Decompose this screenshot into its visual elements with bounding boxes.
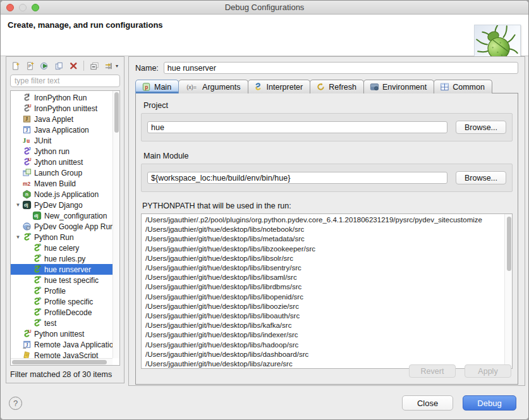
pythonpath-entry[interactable]: /Users/jgauthier/git/hue/desktop/libs/li… [145,311,504,321]
configuration-tree: IIronPython Run UIronPython unittestJJav… [10,90,120,366]
project-input[interactable] [147,121,447,133]
tab-interpreter[interactable]: Interpreter [248,80,311,93]
tree-item-profile-specific[interactable]: PProfile specific [11,296,112,307]
debug-button[interactable]: Debug [463,395,516,411]
pythonpath-entry[interactable]: /Users/jgauthier/git/hue/desktop/libs/ka… [145,321,504,330]
environment-tab-icon [369,82,379,92]
tree-item-profiledecode[interactable]: PProfileDecode [11,307,112,318]
tab-label: Refresh [329,83,356,92]
revert-button[interactable]: Revert [409,364,456,378]
tree-item-python-run[interactable]: ▼ PPython Run [11,232,112,243]
tree-item-label: Profile specific [44,297,93,306]
configurations-sidebar: +P+▾ IIronPython Run UIronPython unittes… [6,56,125,383]
project-group-label: Project [143,101,513,110]
pythonpath-entry[interactable]: /Users/jgauthier/git/hue/desktop/libs/li… [145,244,504,254]
tab-refresh[interactable]: Refresh [310,80,364,93]
pythonpath-entry[interactable]: /Users/jgauthier/git/hue/desktop/libs/li… [145,282,504,292]
interpreter-tab-icon [253,82,264,92]
pythonpath-scrollbar[interactable] [504,214,512,368]
tree-item-java-applet[interactable]: JJava Applet [11,114,112,124]
tree-item-junit[interactable]: JuJUnit [11,135,112,146]
tree-horizontal-scrollbar[interactable] [11,358,112,365]
dialog-body: +P+▾ IIronPython Run UIronPython unittes… [1,56,528,387]
tree-item-label: PyDev Google App Run [34,222,112,231]
name-label: Name: [135,64,159,73]
pythonpath-entry[interactable]: /Users/jgauthier/git/hue/desktop/libs/li… [145,254,504,263]
svg-text:p: p [145,84,148,90]
tree-item-label: Maven Build [34,179,76,188]
tree-item-label: Jython unittest [34,158,83,167]
main-tab-icon: p [141,82,151,92]
tree-item-hue-celery[interactable]: Phue celery [11,243,112,253]
tree-item-jython-run[interactable]: JJython run [11,146,112,157]
tree-item-label: IronPython unittest [34,104,97,113]
expander-arrow-icon[interactable]: ▼ [15,202,21,208]
pythonpath-entry[interactable]: /Users/jgauthier/git/hue/desktop/libs/da… [145,350,504,359]
tree-item-hue-rules-py[interactable]: Phue rules.py [11,253,112,264]
filter-icon[interactable] [103,60,114,71]
tree-item-jython-unittest[interactable]: UJython unittest [11,157,112,167]
tree-item-test[interactable]: Ptest [11,318,112,328]
tree-item-hue-test-specific[interactable]: Phue test specific [11,275,112,285]
svg-text:n: n [25,191,28,197]
tree-item-new-configuration[interactable]: djNew_configuration [11,210,112,221]
svg-text:J: J [25,128,28,133]
apply-button[interactable]: Apply [465,364,511,378]
expander-arrow-icon[interactable]: ▼ [15,234,21,240]
svg-text:P: P [38,275,41,280]
pythonpath-entry[interactable]: /Users/jgauthier/git/hue/desktop/libs/no… [145,225,504,234]
tree-item-label: hue rules.py [44,255,85,263]
pythonpath-entry[interactable]: /Users/jgauthier/git/hue/desktop/libs/me… [145,234,504,244]
tree-item-profile[interactable]: PProfile [11,285,112,296]
project-browse-button[interactable]: Browse... [456,121,506,134]
tree-item-pydev-django[interactable]: ▼djPyDev Django [11,200,112,210]
pythonpath-entry[interactable]: /Users/jgauthier/git/hue/desktop/libs/ha… [145,340,504,350]
tree-item-ironpython-unittest[interactable]: UIronPython unittest [11,103,112,114]
main-module-input[interactable] [147,172,447,184]
tab-arguments[interactable]: (x)=Arguments [178,80,248,93]
pythonpath-entry[interactable]: /Users/jgauthier/git/hue/desktop/libs/li… [145,263,504,273]
pythonpath-entry[interactable]: /Users/jgauthier/git/hue/desktop/libs/li… [145,273,504,282]
svg-text:dj: dj [34,213,39,219]
close-button[interactable]: Close [402,395,453,411]
tree-item-remote-java-application[interactable]: JRemote Java Application [11,339,112,350]
filter-dropdown-caret-icon[interactable]: ▾ [116,63,118,69]
tree-item-launch-group[interactable]: Launch Group [11,167,112,178]
tree-item-label: hue celery [44,244,79,253]
new-configuration-icon[interactable]: + [9,60,21,71]
tree-item-maven-build[interactable]: m2Maven Build [11,178,112,189]
tree-item-label: test [44,319,56,328]
tree-item-ironpython-run[interactable]: IIronPython Run [11,92,112,103]
pythonpath-entry[interactable]: /Users/jgauthier/.p2/pool/plugins/org.py… [145,215,504,225]
new-prototype-icon[interactable]: P+ [24,60,35,71]
export-configurations-icon[interactable] [39,60,50,71]
pythonpath-entry[interactable]: /Users/jgauthier/git/hue/desktop/libs/in… [145,330,504,340]
collapse-all-icon[interactable] [88,60,100,71]
svg-text:+: + [30,61,33,67]
pythonpath-entry[interactable]: /Users/jgauthier/git/hue/desktop/libs/li… [145,302,504,311]
tree-item-java-application[interactable]: JJava Application [11,124,112,135]
tree-item-remote-javascript[interactable]: Remote JavaScript [11,350,112,358]
tree-item-label: Remote Java Application [34,340,112,349]
tree-item-hue-runserver[interactable]: Phue runserver [11,264,112,275]
java-application-icon: J [21,125,32,135]
help-icon[interactable]: ? [9,397,22,410]
pythonpath-entry[interactable]: /Users/jgauthier/git/hue/desktop/libs/li… [145,292,504,302]
remote-javascript-icon [21,351,32,358]
tree-item-node-js-application[interactable]: nNode.js Application [11,189,112,200]
common-tab-icon [439,82,449,92]
tree-vertical-scrollbar[interactable] [112,91,119,358]
tree-item-pydev-google-app-run[interactable]: PyDev Google App Run [11,221,112,232]
name-input[interactable] [164,62,518,74]
duplicate-icon[interactable] [53,60,64,71]
tab-environment[interactable]: Environment [363,80,434,93]
python-run-icon: P [21,232,32,242]
filter-input[interactable] [10,75,120,87]
tree-item-python-unittest[interactable]: UPython unittest [11,328,112,339]
svg-text:P: P [38,254,41,258]
tree-item-label: hue test specific [44,276,99,285]
tab-main[interactable]: pMain [135,80,179,93]
main-module-browse-button[interactable]: Browse... [456,171,506,184]
tab-common[interactable]: Common [434,80,492,93]
delete-icon[interactable] [68,60,79,71]
